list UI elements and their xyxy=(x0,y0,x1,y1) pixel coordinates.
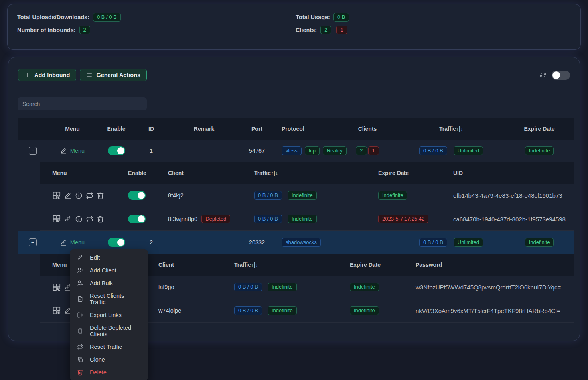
file-trash-icon xyxy=(77,328,83,334)
inbound-enable-toggle[interactable] xyxy=(108,238,125,247)
header-enable: Enable xyxy=(97,126,135,132)
collapse-row-button[interactable]: − xyxy=(29,147,37,155)
refresh-icon[interactable] xyxy=(540,72,546,78)
menu-item-delete-depleted-clients[interactable]: Delete Depleted Clients xyxy=(70,321,148,341)
info-icon[interactable] xyxy=(75,215,83,223)
qr-code-icon[interactable] xyxy=(52,215,61,223)
menu-item-label: Reset Clients Traffic xyxy=(90,293,141,305)
menu-item-add-client[interactable]: Add Client xyxy=(70,264,148,277)
menu-item-label: Edit xyxy=(90,254,100,261)
menu-item-export-links[interactable]: Export Links xyxy=(70,309,148,321)
edit-icon xyxy=(77,254,83,261)
menu-item-label: Delete Depleted Clients xyxy=(90,325,141,337)
header-port: Port xyxy=(241,126,273,132)
menu-item-reset-traffic[interactable]: Reset Traffic xyxy=(70,341,148,353)
client-row: 8f4kj2 0 B / 0 B Indefinite Indefinite e… xyxy=(40,184,574,207)
total-uploads-downloads-value: 0 B / 0 B xyxy=(93,13,121,22)
clients-table-inbound-1: Menu Enable Client Traffic↑|↓ Expire Dat… xyxy=(40,162,574,231)
client-password: w3NfbzUPf5WWd745Q8pvsmQrdrttT2lO6knuI7Di… xyxy=(404,284,574,291)
inbound-port: 54767 xyxy=(241,148,273,154)
collapse-row-button[interactable]: − xyxy=(29,238,37,246)
clients-depleted-badge: 1 xyxy=(368,146,379,155)
menu-item-delete[interactable]: Delete xyxy=(70,366,148,379)
total-usage-value: 0 B xyxy=(333,13,349,22)
edit-icon xyxy=(60,239,67,246)
inbound-context-menu: Edit Add Client Add Bulk Reset Clients T… xyxy=(70,249,148,380)
inbound-row-1[interactable]: − Menu 1 54767 vless tcp Reality 2 xyxy=(18,140,574,162)
header-menu: Menu xyxy=(47,126,97,132)
inbound-id: 2 xyxy=(135,239,167,246)
client-header-client: Client xyxy=(146,262,222,268)
traffic-badge: 0 B / 0 B xyxy=(419,146,447,155)
client-enable-toggle[interactable] xyxy=(128,215,146,223)
client-traffic-badge: 0 B / 0 B xyxy=(254,191,282,200)
menu-item-label: Reset Traffic xyxy=(90,344,122,350)
reset-traffic-icon[interactable] xyxy=(86,215,93,223)
header-remark: Remark xyxy=(167,126,241,132)
menu-item-label: Add Bulk xyxy=(90,280,113,286)
hamburger-icon xyxy=(86,72,93,78)
inbound-id: 1 xyxy=(135,148,167,154)
traffic-limit-badge: Unlimited xyxy=(454,238,483,247)
user-star-icon xyxy=(77,280,83,286)
search-input[interactable] xyxy=(18,97,147,110)
traffic-limit-badge: Unlimited xyxy=(454,146,483,155)
protocol-badge: shadowsocks xyxy=(282,238,321,247)
copy-icon xyxy=(77,356,83,363)
client-depleted-badge: Depleted xyxy=(201,215,230,223)
auto-refresh-toggle[interactable] xyxy=(552,71,570,80)
client-expire-badge: Indefinite xyxy=(350,306,379,315)
general-actions-button[interactable]: General Actions xyxy=(80,69,147,81)
trash-icon[interactable] xyxy=(97,192,104,199)
edit-icon[interactable] xyxy=(64,192,72,199)
edit-icon xyxy=(60,148,67,154)
client-header-traffic: Traffic↑|↓ xyxy=(222,262,338,268)
client-name: laf9go xyxy=(146,284,222,290)
client-name: 8t3wjnn8p0 xyxy=(168,216,197,222)
repeat-icon xyxy=(77,344,83,350)
client-header-expire: Expire Date xyxy=(338,262,404,268)
trash-icon xyxy=(77,369,83,376)
menu-item-edit[interactable]: Edit xyxy=(70,251,148,264)
trash-icon[interactable] xyxy=(97,215,104,223)
inbound-menu-button[interactable]: Menu xyxy=(60,148,85,154)
traffic-badge: 0 B / 0 B xyxy=(419,238,447,247)
info-icon[interactable] xyxy=(75,192,83,199)
add-inbound-label: Add Inbound xyxy=(34,72,70,78)
client-header-traffic: Traffic↑|↓ xyxy=(242,170,366,176)
client-traffic-badge: 0 B / 0 B xyxy=(234,306,262,315)
menu-item-label: Clone xyxy=(90,356,105,363)
inbound-menu-button[interactable]: Menu xyxy=(60,239,85,246)
clients-count-label: Clients: xyxy=(296,27,317,33)
client-header-expire: Expire Date xyxy=(366,170,441,176)
expire-badge: Indefinite xyxy=(525,146,554,155)
client-name: 8f4kj2 xyxy=(156,192,242,199)
client-header-password: Password xyxy=(404,262,574,268)
reset-traffic-icon[interactable] xyxy=(86,192,93,199)
qr-code-icon[interactable] xyxy=(52,283,61,291)
client-password: nkV/I/3XoAm9v6xMT/T5lcrF4TpeTKF98rHARbRo… xyxy=(404,307,574,314)
client-expire-badge: 2023-5-7 17:25:42 xyxy=(378,215,428,223)
client-traffic-limit-badge: Indefinite xyxy=(268,283,297,291)
inbounds-table-header: Menu Enable ID Remark Port Protocol Clie… xyxy=(18,118,574,140)
add-inbound-button[interactable]: Add Inbound xyxy=(18,69,76,81)
menu-item-reset-clients-traffic[interactable]: Reset Clients Traffic xyxy=(70,289,148,309)
menu-item-add-bulk[interactable]: Add Bulk xyxy=(70,277,148,289)
qr-code-icon[interactable] xyxy=(52,306,61,315)
header-traffic-sort[interactable]: Traffic↑|↓ xyxy=(397,126,505,132)
menu-item-clone[interactable]: Clone xyxy=(70,353,148,366)
edit-icon[interactable] xyxy=(64,215,72,223)
menu-item-label: Add Client xyxy=(90,267,116,274)
inbound-port: 20332 xyxy=(241,239,273,246)
client-header-menu: Menu xyxy=(40,170,116,176)
user-plus-icon xyxy=(77,267,83,274)
client-traffic-limit-badge: Indefinite xyxy=(288,215,317,223)
client-enable-toggle[interactable] xyxy=(128,191,146,200)
number-of-inbounds-value: 2 xyxy=(79,26,90,34)
client-traffic-badge: 0 B / 0 B xyxy=(234,283,262,291)
qr-code-icon[interactable] xyxy=(52,191,61,200)
plus-icon xyxy=(24,72,31,78)
menu-item-label: Delete xyxy=(90,369,107,376)
inbound-enable-toggle[interactable] xyxy=(108,146,125,155)
header-clients: Clients xyxy=(337,126,397,132)
